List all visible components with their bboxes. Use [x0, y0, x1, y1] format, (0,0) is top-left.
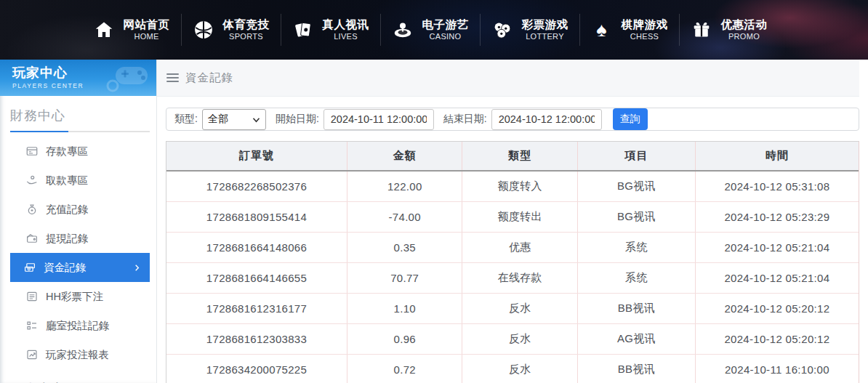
- cell-time: 2024-10-12 05:23:29: [695, 202, 859, 233]
- sidebar-item-room-bet-records[interactable]: 廳室投註記錄: [0, 311, 156, 340]
- col-header-amount: 金額: [347, 142, 462, 171]
- cell-time: 2024-10-12 05:20:12: [695, 324, 859, 355]
- filter-bar: 類型: 全部 開始日期: 結束日期: 查詢: [166, 108, 859, 131]
- table-row: 1728634200075225 0.72 反水 BB视讯 2024-10-11…: [166, 355, 859, 383]
- cell-order: 1728681664146655: [166, 263, 347, 294]
- cell-order: 1728682268502376: [166, 171, 347, 202]
- sidebar-item-recharge-records[interactable]: 充值記錄: [0, 195, 156, 224]
- cell-type: 优惠: [462, 233, 578, 263]
- chevron-down-icon: [252, 113, 260, 125]
- table-row: 1728681612303833 0.96 反水 AG视讯 2024-10-12…: [166, 324, 859, 355]
- main-content: 資金記錄 類型: 全部 開始日期: 結束日期: 查詢: [157, 60, 868, 383]
- table-header-row: 訂單號 金額 類型 項目 時間: [166, 142, 859, 171]
- nav-item-sports[interactable]: 体育竞技 SPORTS: [181, 0, 281, 60]
- cell-amount: -74.00: [347, 202, 462, 233]
- cell-item: AG视讯: [577, 324, 695, 355]
- cell-time: 2024-10-12 05:31:08: [695, 171, 859, 202]
- withdraw-hand-icon: [25, 174, 39, 187]
- nav-subtitle: LOTTERY: [526, 32, 564, 42]
- nav-item-promo[interactable]: 优惠活动 PROMO: [679, 0, 779, 60]
- nav-subtitle: SPORTS: [229, 32, 263, 42]
- nav-item-home[interactable]: 网站首页 HOME: [81, 0, 181, 60]
- cell-type: 额度转入: [462, 171, 578, 202]
- cell-item: 系统: [577, 263, 695, 294]
- nav-item-chess[interactable]: ♠ 棋牌游戏 CHESS: [579, 0, 679, 60]
- cell-item: BB视讯: [577, 294, 695, 324]
- finance-section-title: 財務中心: [0, 96, 156, 131]
- funds-notes-icon: [23, 261, 36, 274]
- sidebar-item-label: 充值記錄: [46, 203, 88, 217]
- cell-order: 1728681612303833: [166, 324, 347, 355]
- cell-order: 1728634200075225: [166, 355, 347, 383]
- table-row: 1728682268502376 122.00 额度转入 BG视讯 2024-1…: [166, 171, 859, 202]
- nav-title: 真人视讯: [323, 17, 369, 31]
- nav-subtitle: HOME: [134, 32, 158, 42]
- table-row: 1728681664146655 70.77 在线存款 系统 2024-10-1…: [166, 263, 859, 294]
- home-icon: [93, 19, 115, 41]
- deposit-card-icon: [25, 145, 39, 158]
- sidebar-item-label: HH彩票下注: [46, 290, 103, 304]
- col-header-order: 訂單號: [166, 142, 347, 171]
- lottery-balls-icon: [491, 19, 513, 41]
- sidebar-item-funds-records[interactable]: 資金記錄: [10, 253, 150, 282]
- cell-time: 2024-10-11 16:10:00: [695, 355, 859, 383]
- cell-order: 1728681612316177: [166, 294, 347, 324]
- menu-toggle-icon[interactable]: [166, 73, 179, 82]
- nav-title: 体育竞技: [223, 17, 270, 31]
- sidebar: 玩家中心 PLAYERS CENTER 財務中心: [0, 60, 157, 383]
- cell-item: BG视讯: [577, 171, 695, 202]
- breadcrumb: 資金記錄: [157, 60, 859, 97]
- lottery-list-icon: [25, 290, 39, 303]
- type-label: 類型:: [174, 113, 198, 126]
- sidebar-item-withdraw-zone[interactable]: 取款專區: [0, 166, 156, 195]
- cell-time: 2024-10-12 05:21:04: [695, 233, 859, 263]
- nav-title: 优惠活动: [721, 17, 768, 31]
- cell-amount: 122.00: [347, 171, 462, 202]
- col-header-type: 類型: [462, 142, 578, 171]
- sidebar-item-withdrawal-records[interactable]: 提現記錄: [0, 224, 156, 253]
- sidebar-item-label: 資金記錄: [44, 261, 86, 275]
- start-date-label: 開始日期:: [276, 113, 319, 126]
- cell-time: 2024-10-12 05:20:12: [695, 294, 859, 324]
- end-date-input[interactable]: [491, 109, 602, 130]
- cell-type: 反水: [462, 294, 578, 324]
- report-chart-icon: [25, 348, 39, 361]
- nav-title: 网站首页: [124, 17, 170, 31]
- sidebar-menu: 存款專區 取款專區: [0, 137, 156, 369]
- nav-subtitle: CHESS: [630, 32, 659, 42]
- nav-item-casino[interactable]: 电子游艺 CASINO: [380, 0, 480, 60]
- cell-amount: 0.35: [347, 233, 462, 263]
- sidebar-item-deposit-zone[interactable]: 存款專區: [0, 137, 156, 166]
- sidebar-item-hh-lottery-bets[interactable]: HH彩票下注: [0, 282, 156, 311]
- cell-item: 系统: [577, 233, 695, 263]
- chevron-right-icon: [133, 264, 141, 272]
- cash-wallet-icon: [25, 232, 39, 245]
- records-table: 訂單號 金額 類型 項目 時間 1728682268502376 122.00 …: [166, 142, 859, 383]
- page-title: 資金記錄: [185, 70, 233, 86]
- cell-item: BG视讯: [577, 202, 695, 233]
- col-header-item: 項目: [577, 142, 695, 171]
- nav-item-lives[interactable]: 真人视讯 LIVES: [281, 0, 380, 60]
- start-date-input[interactable]: [324, 109, 434, 130]
- type-select[interactable]: 全部: [202, 109, 266, 130]
- cell-amount: 70.77: [347, 263, 462, 294]
- sidebar-item-label: 提現記錄: [46, 232, 88, 246]
- nav-title: 电子游艺: [422, 17, 469, 31]
- table-row: 1728681664148066 0.35 优惠 系统 2024-10-12 0…: [166, 233, 859, 263]
- cell-amount: 1.10: [347, 294, 462, 324]
- roulette-icon: [392, 19, 414, 41]
- cell-type: 反水: [462, 355, 578, 383]
- col-header-time: 時間: [695, 142, 859, 171]
- room-list-icon: [25, 319, 39, 332]
- search-button[interactable]: 查詢: [613, 108, 648, 130]
- gamepad-icon: [105, 61, 152, 96]
- nav-subtitle: LIVES: [334, 32, 358, 42]
- sidebar-item-player-bet-report[interactable]: 玩家投注報表: [0, 340, 156, 369]
- app-window: 网站首页 HOME 体育竞技 SPORTS: [0, 0, 868, 383]
- nav-title: 彩票游戏: [522, 17, 568, 31]
- nav-item-lottery[interactable]: 彩票游戏 LOTTERY: [480, 0, 579, 60]
- cell-order: 1728681664148066: [166, 233, 347, 263]
- sidebar-item-label: 玩家投注報表: [46, 348, 109, 362]
- gift-icon: [691, 19, 712, 41]
- cell-type: 在线存款: [462, 263, 578, 294]
